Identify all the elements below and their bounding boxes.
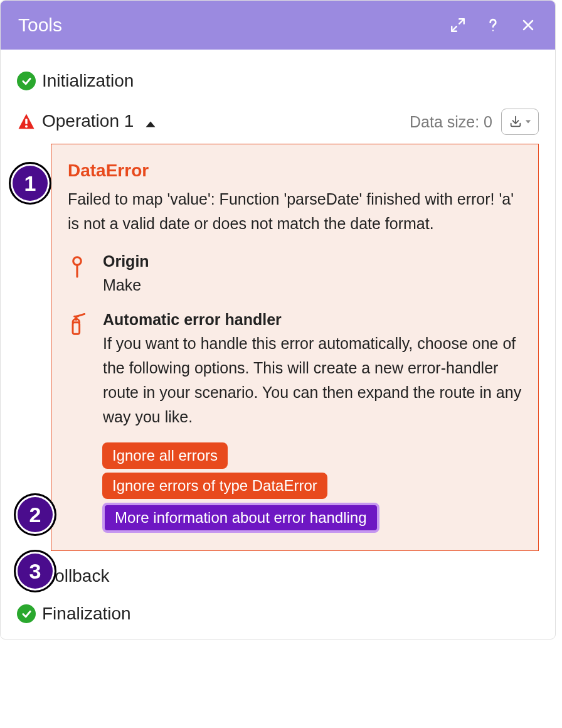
- svg-point-6: [25, 126, 28, 128]
- svg-rect-5: [25, 119, 28, 124]
- error-title: DataError: [68, 161, 522, 181]
- handler-title: Automatic error handler: [103, 311, 522, 329]
- step-operation[interactable]: Operation 1 Data size: 0: [17, 100, 539, 144]
- svg-point-7: [73, 257, 82, 265]
- step-label: Rollback: [42, 566, 539, 586]
- ignore-all-errors-button[interactable]: Ignore all errors: [102, 442, 228, 469]
- annotation-2: 2: [14, 493, 56, 536]
- svg-point-2: [492, 30, 494, 31]
- svg-rect-9: [73, 323, 80, 335]
- error-handler-section: Automatic error handler If you want to h…: [68, 311, 522, 429]
- error-handler-options: Ignore all errors Ignore errors of type …: [102, 442, 522, 533]
- panel-header: Tools: [1, 1, 555, 50]
- step-rollback[interactable]: Rollback: [17, 551, 539, 595]
- expand-icon[interactable]: [448, 16, 467, 35]
- warning-icon: [17, 112, 36, 131]
- origin-value: Make: [103, 273, 522, 297]
- download-button[interactable]: [501, 109, 539, 135]
- annotation-3: 3: [14, 550, 56, 592]
- ignore-type-errors-button[interactable]: Ignore errors of type DataError: [102, 473, 327, 499]
- panel-title: Tools: [18, 14, 448, 36]
- annotation-1: 1: [9, 162, 51, 205]
- error-details: DataError Failed to map 'value': Functio…: [51, 144, 539, 551]
- error-message: Failed to map 'value': Function 'parseDa…: [68, 187, 522, 236]
- check-icon: [17, 72, 36, 90]
- fire-extinguisher-icon: [68, 311, 90, 429]
- header-actions: [448, 16, 538, 35]
- origin-label: Origin: [103, 252, 522, 270]
- data-size-label: Data size: 0: [410, 113, 492, 131]
- check-icon: [17, 604, 36, 623]
- close-icon[interactable]: [519, 16, 538, 35]
- more-info-button[interactable]: More information about error handling: [102, 503, 379, 533]
- step-initialization[interactable]: Initialization: [17, 62, 539, 100]
- pin-icon: [68, 252, 90, 297]
- step-label: Operation 1: [42, 111, 410, 132]
- chevron-down-icon: [525, 119, 531, 124]
- panel-body: Initialization Operation 1 Data size: 0: [1, 50, 555, 639]
- download-icon: [509, 115, 522, 129]
- caret-up-icon: [145, 112, 156, 132]
- step-label: Finalization: [42, 604, 539, 624]
- error-origin-section: Origin Make: [68, 252, 522, 297]
- tools-panel: Tools: [0, 0, 556, 640]
- step-label: Initialization: [42, 71, 539, 91]
- step-finalization[interactable]: Finalization: [17, 595, 539, 633]
- help-icon[interactable]: [484, 16, 502, 35]
- handler-text: If you want to handle this error automat…: [103, 331, 522, 429]
